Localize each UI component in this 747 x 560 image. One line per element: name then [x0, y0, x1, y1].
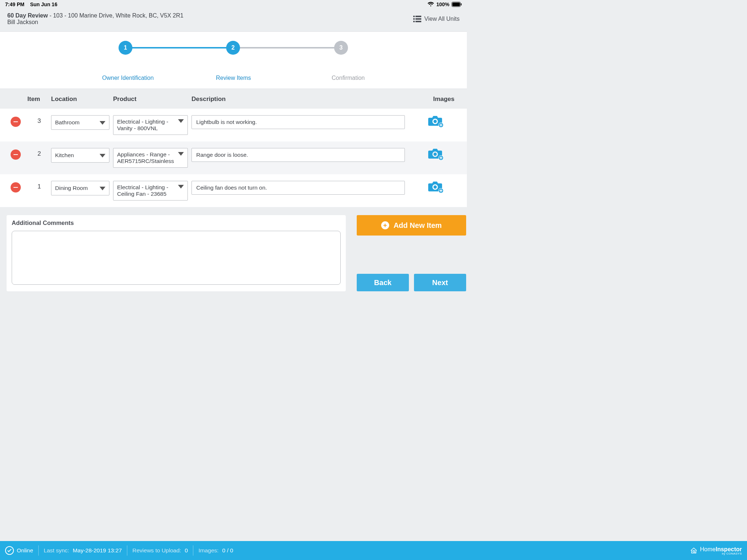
stepper: 1 2 3 [117, 40, 350, 57]
comments-card: Additional Comments [7, 215, 346, 291]
location-select[interactable]: Dining Room [51, 181, 109, 195]
minus-icon [13, 187, 18, 188]
plus-circle-icon: + [381, 221, 389, 229]
chevron-down-icon [100, 187, 105, 190]
description-text: Range door is loose. [196, 152, 248, 158]
next-button[interactable]: Next [414, 274, 466, 291]
stepper-labels: Owner Identification Review Items Confir… [98, 75, 368, 81]
battery-percent: 100% [436, 1, 449, 7]
step-3-label: Confirmation [277, 75, 368, 81]
comments-label: Additional Comments [12, 219, 341, 226]
item-row: 2 Kitchen Appliances - Range - AER5715RC… [0, 141, 467, 174]
right-buttons: + Add New Item Back Next [357, 215, 466, 291]
remove-item-button[interactable] [11, 149, 21, 160]
stepper-track-inactive [230, 47, 339, 48]
product-select[interactable]: Electrical - Lighting - Vanity - 800VNL [113, 115, 188, 135]
bottom-section: Additional Comments + Add New Item Back … [0, 207, 467, 291]
description-text: Lightbulb is not working. [196, 119, 257, 125]
back-button[interactable]: Back [357, 274, 409, 291]
wifi-icon [427, 2, 434, 7]
svg-rect-1 [452, 3, 460, 6]
product-value: Electrical - Lighting - Vanity - 800VNL [117, 118, 176, 132]
chevron-down-icon [178, 152, 184, 156]
svg-rect-2 [461, 3, 462, 5]
svg-rect-5 [413, 18, 415, 20]
description-input[interactable]: Ceiling fan does not turn on. [191, 181, 405, 195]
battery-icon [452, 2, 462, 7]
item-row: 1 Dining Room Electrical - Lighting - Ce… [0, 174, 467, 207]
step-2-circle[interactable]: 2 [226, 41, 240, 55]
items-list: 3 Bathroom Electrical - Lighting - Vanit… [0, 109, 467, 207]
description-input[interactable]: Lightbulb is not working. [191, 115, 405, 129]
col-description: Description [191, 96, 409, 103]
chevron-down-icon [100, 121, 105, 125]
camera-add-icon[interactable] [428, 116, 444, 128]
chevron-down-icon [178, 185, 184, 188]
step-3-circle[interactable]: 3 [334, 41, 348, 55]
col-item: Item [27, 96, 51, 103]
description-input[interactable]: Range door is loose. [191, 148, 405, 162]
col-location: Location [51, 96, 113, 103]
status-time: 7:49 PM [5, 1, 24, 7]
product-select[interactable]: Electrical - Lighting - Ceiling Fan - 23… [113, 181, 188, 201]
stepper-track-active [124, 47, 230, 48]
chevron-down-icon [178, 119, 184, 123]
location-value: Bathroom [55, 119, 97, 126]
camera-add-icon[interactable] [428, 182, 444, 193]
add-button-label: Add New Item [394, 221, 442, 230]
status-date: Sun Jun 16 [30, 1, 57, 7]
item-number: 1 [27, 181, 51, 190]
list-icon [413, 16, 421, 22]
product-select[interactable]: Appliances - Range - AER5715RC/Stainless [113, 148, 188, 168]
svg-rect-7 [413, 21, 415, 22]
col-product: Product [113, 96, 191, 103]
stepper-section: 1 2 3 Owner Identification Review Items … [0, 31, 467, 89]
header-left: 60 Day Review - 103 - 100 Marine Drive, … [7, 12, 183, 26]
svg-rect-8 [415, 21, 421, 22]
add-new-item-button[interactable]: + Add New Item [357, 215, 466, 236]
step-1-label: Owner Identification [98, 75, 190, 81]
col-images: Images [409, 96, 463, 103]
item-number: 2 [27, 148, 51, 158]
status-bar: 7:49 PM Sun Jun 16 100% [0, 0, 467, 7]
view-all-label: View All Units [424, 16, 460, 22]
table-header: Item Location Product Description Images [0, 89, 467, 109]
status-left: 7:49 PM Sun Jun 16 [5, 1, 57, 7]
comments-textarea[interactable] [12, 231, 341, 285]
location-select[interactable]: Bathroom [51, 115, 109, 130]
location-value: Dining Room [55, 185, 97, 191]
header-person: Bill Jackson [7, 19, 183, 26]
product-value: Appliances - Range - AER5715RC/Stainless [117, 151, 176, 164]
review-title: 60 Day Review [7, 12, 48, 19]
status-right: 100% [427, 1, 462, 7]
remove-item-button[interactable] [11, 182, 21, 192]
description-text: Ceiling fan does not turn on. [196, 184, 267, 191]
camera-add-icon[interactable] [428, 149, 444, 160]
minus-icon [13, 121, 18, 122]
svg-rect-6 [415, 18, 421, 20]
item-row: 3 Bathroom Electrical - Lighting - Vanit… [0, 109, 467, 141]
location-value: Kitchen [55, 152, 97, 159]
minus-icon [13, 154, 18, 155]
step-2-label: Review Items [190, 75, 277, 81]
page-header: 60 Day Review - 103 - 100 Marine Drive, … [0, 7, 467, 31]
remove-item-button[interactable] [11, 117, 21, 127]
view-all-units-button[interactable]: View All Units [413, 12, 460, 26]
svg-rect-3 [413, 16, 415, 17]
step-1-circle[interactable]: 1 [119, 41, 132, 55]
item-number: 3 [27, 115, 51, 125]
header-address: - 103 - 100 Marine Drive, White Rock, BC… [50, 12, 183, 19]
header-title-line: 60 Day Review - 103 - 100 Marine Drive, … [7, 12, 183, 19]
product-value: Electrical - Lighting - Ceiling Fan - 23… [117, 184, 176, 197]
svg-rect-4 [415, 16, 421, 17]
location-select[interactable]: Kitchen [51, 148, 109, 163]
chevron-down-icon [100, 154, 105, 158]
